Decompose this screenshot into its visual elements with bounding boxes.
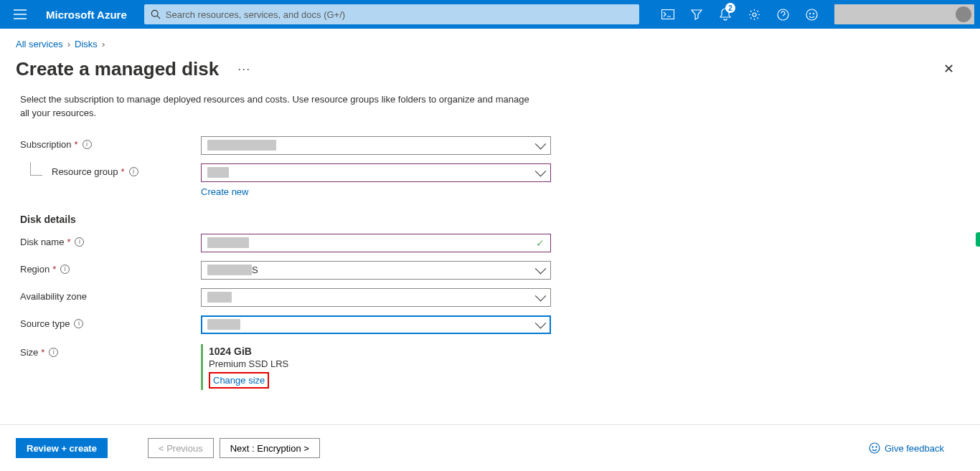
region-dropdown[interactable]: S xyxy=(201,261,551,280)
availability-zone-dropdown[interactable] xyxy=(201,288,551,307)
give-feedback-label: Give feedback xyxy=(885,443,944,454)
resource-group-label: Resource group xyxy=(52,166,118,177)
menu-icon[interactable] xyxy=(6,0,34,29)
svg-point-6 xyxy=(813,13,814,14)
info-icon[interactable]: i xyxy=(74,319,83,328)
top-bar: Microsoft Azure 2 xyxy=(0,0,980,29)
cloud-shell-icon[interactable] xyxy=(655,0,681,29)
info-icon[interactable]: i xyxy=(60,265,70,274)
resource-group-dropdown[interactable] xyxy=(201,163,551,182)
intro-text: Select the subscription to manage deploy… xyxy=(20,93,537,120)
brand-label[interactable]: Microsoft Azure xyxy=(40,9,138,21)
review-create-button[interactable]: Review + create xyxy=(16,438,108,458)
breadcrumb-disks[interactable]: Disks xyxy=(75,39,98,49)
svg-point-0 xyxy=(151,10,158,16)
help-icon[interactable] xyxy=(770,0,796,29)
next-button[interactable]: Next : Encryption > xyxy=(220,438,320,458)
required-indicator: * xyxy=(121,166,125,177)
availability-zone-label: Availability zone xyxy=(20,291,87,302)
disk-name-input[interactable]: ✓ xyxy=(201,234,551,252)
side-tab-icon[interactable] xyxy=(976,232,980,247)
info-icon[interactable]: i xyxy=(49,348,58,357)
chevron-right-icon: › xyxy=(67,39,70,49)
source-type-dropdown[interactable] xyxy=(201,315,551,334)
give-feedback-link[interactable]: Give feedback xyxy=(869,442,944,454)
size-summary: 1024 GiB Premium SSD LRS Change size xyxy=(201,344,551,390)
breadcrumb: All services › Disks › xyxy=(0,29,980,54)
disk-name-label: Disk name xyxy=(20,237,64,247)
feedback-icon xyxy=(869,442,880,454)
svg-point-8 xyxy=(872,447,874,448)
subscription-label: Subscription xyxy=(20,139,72,150)
required-indicator: * xyxy=(67,237,70,247)
svg-point-7 xyxy=(870,443,880,453)
page-title: Create a managed disk xyxy=(16,58,219,80)
checkmark-icon: ✓ xyxy=(536,237,545,249)
required-indicator: * xyxy=(41,347,44,358)
change-size-link[interactable]: Change size xyxy=(209,372,269,389)
notifications-icon[interactable]: 2 xyxy=(712,0,738,29)
create-new-link[interactable]: Create new xyxy=(201,186,248,197)
previous-button[interactable]: < Previous xyxy=(148,438,214,458)
search-icon xyxy=(150,9,161,19)
wizard-footer: Review + create < Previous Next : Encryp… xyxy=(0,425,980,471)
required-indicator: * xyxy=(52,264,56,275)
info-icon[interactable]: i xyxy=(75,237,84,247)
svg-rect-1 xyxy=(662,10,674,19)
size-label: Size xyxy=(20,347,38,358)
info-icon[interactable]: i xyxy=(129,167,138,176)
required-indicator: * xyxy=(75,139,78,150)
size-sku: Premium SSD LRS xyxy=(209,358,551,369)
svg-point-2 xyxy=(753,13,756,16)
settings-icon[interactable] xyxy=(741,0,767,29)
svg-point-5 xyxy=(809,13,811,14)
region-label: Region xyxy=(20,264,50,275)
notification-badge: 2 xyxy=(725,3,735,13)
source-type-label: Source type xyxy=(20,318,70,329)
form-content: Select the subscription to manage deploy… xyxy=(0,87,980,425)
subscription-dropdown[interactable] xyxy=(201,136,551,155)
global-search[interactable] xyxy=(144,4,639,24)
topbar-icons: 2 xyxy=(655,0,974,29)
svg-point-4 xyxy=(806,9,817,20)
directory-filter-icon[interactable] xyxy=(684,0,710,29)
more-actions-icon[interactable]: ··· xyxy=(237,62,250,77)
svg-point-3 xyxy=(778,9,788,20)
breadcrumb-root[interactable]: All services xyxy=(16,39,63,49)
info-icon[interactable]: i xyxy=(83,140,92,149)
close-icon[interactable]: ✕ xyxy=(938,55,960,82)
feedback-smiley-icon[interactable] xyxy=(798,0,824,29)
disk-details-heading: Disk details xyxy=(20,214,964,225)
search-input[interactable] xyxy=(166,9,633,20)
svg-point-9 xyxy=(876,447,877,448)
chevron-right-icon: › xyxy=(102,39,105,49)
account-menu[interactable] xyxy=(834,4,974,24)
size-value: 1024 GiB xyxy=(209,346,551,357)
